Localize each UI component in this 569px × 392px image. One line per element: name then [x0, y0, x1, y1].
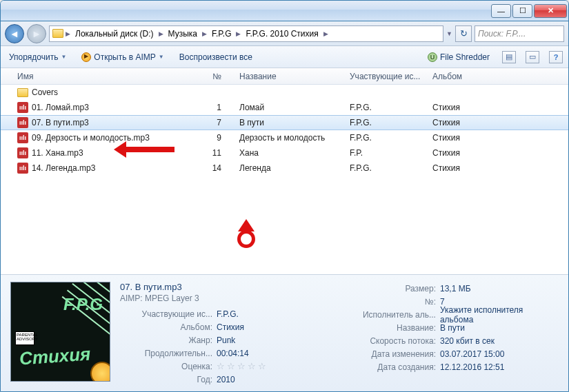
details-left-column: 07. В пути.mp3 AIMP: MPEG Layer 3 Участв…	[120, 282, 320, 384]
metadata-value[interactable]: 13,1 МБ	[440, 284, 471, 293]
metadata-row: Дата изменения:03.07.2017 15:00	[330, 347, 559, 360]
preview-pane-button[interactable]: ▭	[526, 51, 539, 63]
track-artist: F.P.G.	[346, 163, 428, 173]
metadata-label: Исполнитель аль...	[330, 310, 440, 320]
track-album: Стихия	[428, 118, 497, 127]
column-header-row: Имя № Название Участвующие ис... Альбом	[1, 68, 568, 85]
metadata-value[interactable]: 00:04:14	[217, 349, 249, 358]
metadata-value[interactable]: В пути	[440, 323, 465, 333]
breadcrumb[interactable]: F.P.G. 2010 Стихия	[243, 28, 321, 39]
file-row[interactable]: ıılı14. Легенда.mp3 14 Легенда F.P.G. Ст…	[1, 161, 568, 176]
address-bar[interactable]: ▶ Локальный диск (D:) ▶ Музыка ▶ F.P.G ▶…	[49, 25, 443, 42]
back-button[interactable]: ◄	[5, 24, 24, 43]
chevron-right-icon[interactable]: ▶	[159, 30, 163, 37]
metadata-row: Исполнитель аль...Укажите исполнителя ал…	[330, 308, 559, 321]
metadata-row: Скорость потока:320 кбит в сек	[330, 334, 559, 347]
breadcrumb[interactable]: Локальный диск (D:)	[72, 28, 157, 39]
track-title: В пути	[235, 118, 346, 127]
forward-button[interactable]: ►	[27, 24, 46, 43]
annotation-arrow-up	[237, 219, 255, 248]
folder-row[interactable]: Covers	[1, 85, 568, 100]
chevron-right-icon[interactable]: ▶	[66, 30, 70, 37]
column-header[interactable]: №	[192, 72, 235, 81]
track-artist: F.P.	[346, 148, 428, 158]
track-title: Легенда	[235, 163, 346, 173]
track-title: Хана	[235, 148, 346, 158]
maximize-button[interactable]: ☐	[512, 4, 532, 18]
metadata-value[interactable]: 12.12.2016 12:51	[440, 362, 504, 372]
metadata-label: Участвующие ис...	[120, 309, 217, 319]
metadata-label: Дата создания:	[330, 362, 440, 372]
open-in-aimp-button[interactable]: Открыть в AIMP▼	[79, 51, 166, 63]
file-name: 01. Ломай.mp3	[32, 103, 89, 112]
track-album: Стихия	[428, 103, 497, 112]
titlebar[interactable]: — ☐ ✕	[1, 1, 568, 21]
metadata-value[interactable]: 320 кбит в сек	[440, 336, 495, 346]
breadcrumb[interactable]: F.P.G	[209, 28, 234, 39]
metadata-row: Дата создания:12.12.2016 12:51	[330, 360, 559, 373]
track-number: 7	[192, 118, 235, 127]
mp3-icon: ıılı	[17, 102, 28, 113]
thumb-album-text: Стихия	[19, 343, 91, 369]
metadata-value[interactable]: Punk	[217, 336, 235, 345]
minimize-button[interactable]: —	[491, 4, 511, 18]
track-album: Стихия	[428, 148, 497, 158]
metadata-value[interactable]: F.P.G.	[217, 309, 239, 319]
file-row[interactable]: ıılı01. Ломай.mp3 1 Ломай F.P.G. Стихия	[1, 100, 568, 115]
track-number: 9	[192, 133, 235, 143]
view-options-button[interactable]: ▤	[502, 51, 516, 63]
file-shredder-button[interactable]: UFile Shredder	[425, 51, 492, 63]
metadata-label: Жанр:	[120, 336, 217, 345]
aimp-icon	[81, 52, 91, 62]
track-artist: F.P.G.	[346, 118, 428, 127]
close-button[interactable]: ✕	[534, 4, 567, 18]
chevron-right-icon[interactable]: ▶	[323, 30, 328, 37]
metadata-value[interactable]: 2010	[217, 375, 235, 384]
folder-icon	[17, 88, 28, 97]
metadata-label: Оценка:	[120, 362, 217, 371]
search-input[interactable]: Поиск: F.P....	[475, 25, 564, 42]
track-artist: F.P.G.	[346, 133, 428, 143]
column-header[interactable]: Участвующие ис...	[346, 72, 428, 81]
chevron-right-icon[interactable]: ▶	[236, 30, 241, 37]
chevron-right-icon[interactable]: ▶	[202, 30, 207, 37]
metadata-label: Скорость потока:	[330, 336, 440, 346]
file-row[interactable]: ıılı09. Дерзость и молодость.mp3 9 Дерзо…	[1, 130, 568, 145]
file-name: 07. В пути.mp3	[32, 118, 89, 127]
metadata-row: Участвующие ис...F.P.G.	[120, 307, 320, 320]
help-button[interactable]: ?	[549, 51, 563, 63]
column-header[interactable]: Название	[235, 72, 346, 81]
mp3-icon: ıılı	[17, 163, 28, 174]
organize-menu[interactable]: Упорядочить▼	[6, 51, 69, 63]
track-album: Стихия	[428, 163, 497, 173]
file-row[interactable]: ıılı11. Хана.mp3 11 Хана F.P. Стихия	[1, 145, 568, 161]
file-name: Covers	[32, 87, 58, 97]
rating-stars[interactable]: ☆☆☆☆☆	[217, 361, 268, 371]
metadata-label: Дата изменения:	[330, 349, 440, 359]
metadata-value[interactable]: 03.07.2017 15:00	[440, 349, 504, 359]
metadata-row: Продолжительн...00:04:14	[120, 347, 320, 360]
track-title: Ломай	[235, 103, 346, 112]
album-art-thumbnail: F.P.G PARENTAL ADVISORY Стихия	[10, 282, 110, 382]
refresh-button[interactable]: ↻	[455, 25, 472, 42]
column-header[interactable]: Имя	[13, 72, 192, 81]
track-number: 14	[192, 163, 235, 173]
mp3-icon: ıılı	[17, 117, 28, 128]
track-number: 1	[192, 103, 235, 112]
breadcrumb[interactable]: Музыка	[166, 28, 200, 39]
metadata-row: Жанр:Punk	[120, 333, 320, 347]
mp3-icon: ıılı	[17, 147, 28, 158]
metadata-row: Альбом:Стихия	[120, 320, 320, 333]
metadata-value[interactable]: Стихия	[217, 322, 244, 332]
metadata-label: Альбом:	[120, 322, 217, 332]
play-all-button[interactable]: Воспроизвести все	[177, 51, 255, 63]
aimp-overlay-icon	[90, 362, 110, 382]
annotation-arrow-left	[114, 141, 174, 158]
column-header[interactable]: Альбом	[428, 72, 497, 81]
chevron-down-icon[interactable]: ▼	[446, 30, 452, 37]
metadata-label: Продолжительн...	[120, 349, 217, 358]
details-right-column: Размер:13,1 МБ№:7Исполнитель аль...Укажи…	[330, 282, 559, 384]
metadata-value[interactable]: Укажите исполнителя альбома	[440, 305, 559, 324]
explorer-window: — ☐ ✕ ◄ ► ▶ Локальный диск (D:) ▶ Музыка…	[0, 0, 569, 392]
file-row[interactable]: ıılı07. В пути.mp3 7 В пути F.P.G. Стихи…	[1, 115, 568, 130]
